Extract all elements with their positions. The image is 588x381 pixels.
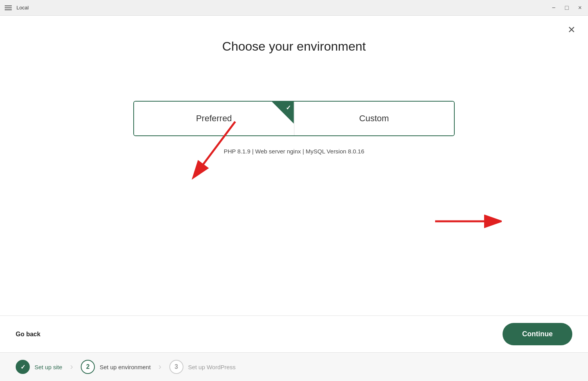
menu-button[interactable] (5, 5, 12, 10)
environment-info: PHP 8.1.9 | Web server nginx | MySQL Ver… (0, 148, 588, 155)
preferred-label: Preferred (196, 113, 232, 124)
steps-bar: ✓ Set up site › 2 Set up environment › 3… (0, 352, 588, 381)
custom-label: Custom (359, 113, 389, 124)
annotation-arrow-continue (431, 206, 502, 237)
go-back-button[interactable]: Go back (16, 331, 40, 338)
minimize-button[interactable]: − (550, 3, 557, 13)
step-setup-wordpress: 3 Set up WordPress (169, 360, 236, 374)
window-controls: − □ × (550, 3, 583, 13)
titlebar: Local − □ × (0, 0, 588, 16)
dialog-close-button[interactable]: ✕ (568, 25, 575, 35)
env-options-container: ✓ Preferred Custom (133, 101, 455, 136)
step-2-label: Set up environment (100, 364, 151, 370)
check-icon: ✓ (286, 104, 291, 111)
step-1-circle: ✓ (16, 360, 30, 374)
step-2-circle: 2 (81, 360, 95, 374)
step-setup-site: ✓ Set up site (16, 360, 62, 374)
page-title: Choose your environment (0, 39, 588, 54)
step-arrow-1: › (70, 362, 73, 372)
main-content: ✕ Choose your environment ✓ Preferred Cu… (0, 16, 588, 315)
step-3-label: Set up WordPress (188, 364, 236, 370)
step-3-circle: 3 (169, 360, 183, 374)
step-setup-environment: 2 Set up environment (81, 360, 151, 374)
environment-selector: ✓ Preferred Custom (0, 101, 588, 136)
action-bar: Go back Continue (0, 315, 588, 352)
step-1-label: Set up site (34, 364, 62, 370)
close-window-button[interactable]: × (577, 3, 583, 13)
step-arrow-2: › (158, 362, 161, 372)
preferred-option[interactable]: ✓ Preferred (134, 102, 294, 135)
maximize-button[interactable]: □ (563, 3, 570, 13)
app-title: Local (16, 5, 29, 11)
custom-option[interactable]: Custom (294, 102, 454, 135)
continue-button[interactable]: Continue (503, 323, 572, 345)
